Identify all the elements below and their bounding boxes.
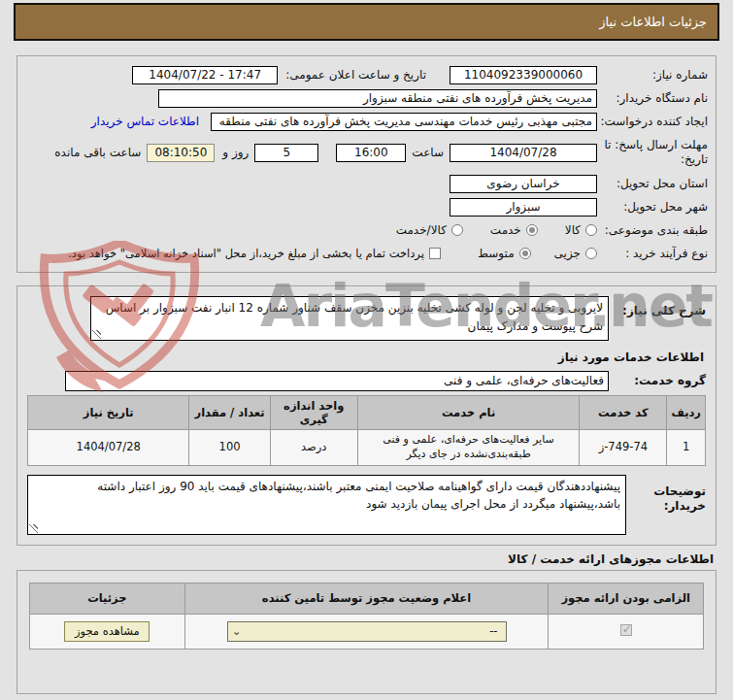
resize-grip-icon[interactable]	[92, 330, 101, 339]
col-license-details: جزئیات	[30, 583, 185, 614]
creator-field[interactable]: مجتبی مهذبی رئیس خدمات مهندسی مدیریت پخش…	[211, 113, 597, 131]
services-table-row: 1 749-74-ز سایر فعالیت‌های حرفه‌ای، علمی…	[28, 430, 706, 466]
classification-label: طبقه بندی موضوعی:	[597, 223, 708, 238]
license-table-header-row: الزامی بودن ارائه مجوز اعلام وضعیت مجوز …	[30, 583, 704, 614]
license-status-value: --	[246, 624, 506, 638]
days-and-label: روز و	[222, 146, 249, 159]
license-panel: الزامی بودن ارائه مجوز اعلام وضعیت مجوز …	[17, 570, 716, 694]
license-table-row: -- ⌄ مشاهده مجوز	[30, 614, 704, 649]
service-group-row: گروه خدمت: فعالیت‌های حرفه‌ای، علمی و فن…	[27, 370, 706, 391]
cell-license-details: مشاهده مجوز	[30, 614, 185, 649]
radio-medium[interactable]	[519, 248, 531, 259]
service-group-field[interactable]: فعالیت‌های حرفه‌ای، علمی و فنی	[65, 371, 609, 391]
radio-service-label: خدمت	[490, 223, 521, 237]
radio-partial-label: جزیی	[554, 247, 581, 260]
creator-label: ایجاد کننده درخواست:	[597, 115, 708, 129]
cell-unit: درصد	[270, 430, 357, 466]
process-type-row: نوع فرآیند خرید : جزیی متوسط پرداخت تمام…	[25, 243, 708, 264]
classification-row: طبقه بندی موضوعی: کالا خدمت کالا/خدمت	[25, 219, 708, 241]
deadline-label: مهلت ارسال پاسخ: تا تاریخ:	[597, 138, 708, 167]
page-title-bar: جزئیات اطلاعات نیاز	[14, 3, 719, 41]
treasury-checkbox[interactable]	[429, 248, 441, 259]
license-table: الزامی بودن ارائه مجوز اعلام وضعیت مجوز …	[29, 583, 704, 650]
deadline-time-field[interactable]: 16:00	[336, 144, 406, 162]
cell-service-code: 749-74-ز	[580, 430, 667, 466]
license-section-header: اطلاعات مجوزهای ارائه خدمت / کالا	[19, 552, 714, 566]
deadline-date-field[interactable]: 1404/07/28	[450, 144, 597, 162]
page-title: جزئیات اطلاعات نیاز	[599, 15, 707, 29]
days-remaining-field[interactable]: 5	[254, 144, 318, 162]
city-row: شهر محل تحویل: سبزوار	[25, 196, 708, 217]
cell-row-number: 1	[667, 430, 706, 466]
radio-goods[interactable]	[585, 224, 597, 236]
need-number-row: شماره نیاز: 1104092339000060 تاریخ و ساع…	[25, 64, 708, 85]
need-number-field[interactable]: 1104092339000060	[450, 66, 597, 84]
buyer-org-label: نام دستگاه خریدار:	[597, 91, 708, 106]
deadline-row: مهلت ارسال پاسخ: تا تاریخ: 1404/07/28 سا…	[25, 134, 708, 171]
col-license-status: اعلام وضعیت مجوز توسط تامین کننده	[184, 583, 549, 614]
resize-grip-icon[interactable]	[29, 524, 38, 533]
services-table-header-row: ردیف کد خدمت نام خدمت واحد اندازه گیری ت…	[28, 396, 706, 430]
cell-quantity: 100	[189, 430, 270, 466]
radio-partial[interactable]	[585, 248, 597, 259]
buyer-contact-link[interactable]: اطلاعات تماس خریدار	[91, 115, 199, 128]
col-unit: واحد اندازه گیری	[270, 396, 357, 430]
cell-need-date: 1404/07/28	[28, 430, 189, 466]
col-quantity: تعداد / مقدار	[189, 396, 270, 430]
creator-row: ایجاد کننده درخواست: مجتبی مهذبی رئیس خد…	[25, 111, 708, 132]
need-desc-row: شرح کلی نیاز: لایروبی و تخلیه لجن و لوله…	[27, 296, 706, 341]
col-need-date: تاریخ نیاز	[28, 396, 189, 430]
need-number-label: شماره نیاز:	[597, 68, 708, 83]
hour-label: ساعت	[412, 146, 444, 159]
cell-license-status: -- ⌄	[184, 614, 549, 649]
license-status-select[interactable]: -- ⌄	[227, 621, 507, 642]
need-info-panel: شماره نیاز: 1104092339000060 تاریخ و ساع…	[17, 55, 716, 273]
view-license-button[interactable]: مشاهده مجوز	[64, 621, 150, 642]
need-details-page: { "title": "جزئیات اطلاعات نیاز", "color…	[0, 0, 733, 700]
col-service-code: کد خدمت	[580, 396, 667, 430]
need-desc-textarea[interactable]: لایروبی و تخلیه لجن و لوله کشی تخلیه بنز…	[90, 296, 609, 341]
cell-service-name: سایر فعالیت‌های حرفه‌ای، علمی و فنی طبقه…	[357, 430, 579, 466]
city-label: شهر محل تحویل:	[597, 200, 708, 215]
radio-goods-service[interactable]	[451, 224, 463, 236]
process-label: نوع فرآیند خرید :	[597, 247, 708, 261]
col-license-required: الزامی بودن ارائه مجوز	[549, 583, 704, 614]
announce-datetime-field[interactable]: 1404/07/22 - 17:47	[132, 66, 278, 84]
radio-goods-service-label: کالا/خدمت	[396, 223, 447, 237]
province-row: استان محل تحویل: خراسان رضوی	[25, 173, 708, 194]
radio-goods-label: کالا	[565, 223, 581, 237]
cell-license-required	[549, 614, 704, 649]
col-service-name: نام خدمت	[357, 396, 579, 430]
license-required-checkbox	[620, 624, 632, 636]
treasury-checkbox-label: پرداخت تمام یا بخشی از مبلغ خرید،از محل …	[68, 247, 424, 260]
chevron-down-icon: ⌄	[228, 625, 246, 638]
buyer-org-row: نام دستگاه خریدار: مدیریت پخش فرآورده ها…	[25, 87, 708, 109]
radio-service[interactable]	[526, 224, 538, 236]
services-section-header: اطلاعات خدمات مورد نیاز	[27, 350, 704, 364]
buyer-notes-label: توضیحات خریدار:	[626, 475, 706, 514]
col-row-number: ردیف	[667, 396, 706, 430]
need-description-panel: شرح کلی نیاز: لایروبی و تخلیه لجن و لوله…	[17, 285, 716, 546]
need-desc-label: شرح کلی نیاز:	[609, 296, 706, 318]
announce-label: تاریخ و ساعت اعلان عمومی:	[285, 68, 426, 82]
services-table: ردیف کد خدمت نام خدمت واحد اندازه گیری ت…	[27, 395, 706, 466]
radio-medium-label: متوسط	[478, 247, 515, 260]
province-label: استان محل تحویل:	[597, 177, 708, 191]
buyer-notes-textarea[interactable]: پیشنهاددهندگان قیمت دارای گواهینامه صلاح…	[27, 475, 626, 535]
countdown-timer: 08:10:50	[147, 144, 215, 162]
city-field[interactable]: سبزوار	[450, 198, 597, 217]
remaining-label: ساعت باقی مانده	[54, 146, 141, 159]
buyer-org-field[interactable]: مدیریت پخش فرآورده های نفتی منطقه سبزوار	[158, 89, 597, 108]
buyer-notes-row: توضیحات خریدار: پیشنهاددهندگان قیمت دارا…	[27, 475, 706, 535]
service-group-label: گروه خدمت:	[609, 374, 706, 388]
province-field[interactable]: خراسان رضوی	[450, 175, 597, 193]
